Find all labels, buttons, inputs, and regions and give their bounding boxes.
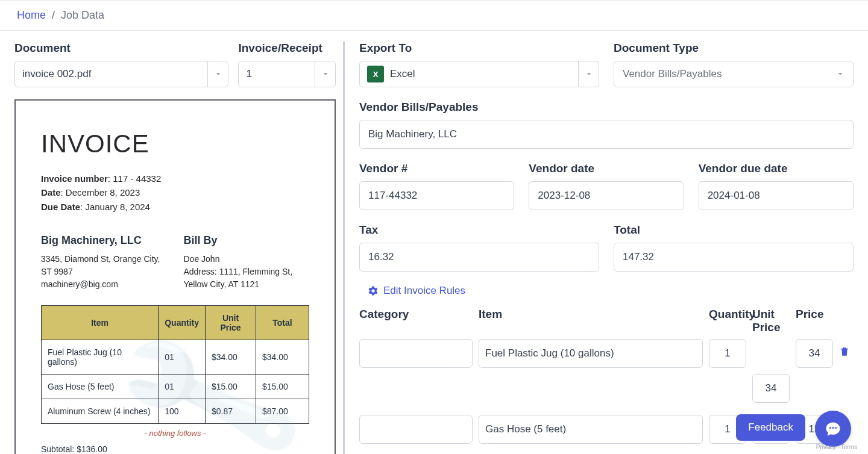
document-select[interactable]: invoice 002.pdf bbox=[14, 61, 228, 87]
document-type-select[interactable]: Vendor Bills/Payables bbox=[614, 61, 854, 87]
table-row: Fuel Plastic Jug (10 gallons) 01 $34.00 … bbox=[42, 340, 309, 374]
edit-invoice-rules-link[interactable]: Edit Invoice Rules bbox=[368, 285, 854, 297]
quantity-input[interactable] bbox=[709, 339, 746, 368]
vendor-num-label: Vendor # bbox=[359, 162, 514, 175]
chevron-down-icon bbox=[578, 61, 599, 87]
invoice-preview: 🔧 INVOICE Invoice number: 117 - 44332 Da… bbox=[14, 99, 336, 454]
vendor-bills-label: Vendor Bills/Payables bbox=[359, 101, 854, 114]
vendor-num-input[interactable] bbox=[359, 181, 514, 210]
excel-icon: X bbox=[367, 66, 384, 82]
invoice-receipt-select[interactable]: 1 bbox=[238, 61, 336, 87]
document-label: Document bbox=[14, 42, 228, 55]
from-name: Big Machinery, LLC bbox=[41, 234, 167, 247]
chevron-down-icon bbox=[836, 70, 844, 78]
vendor-due-input[interactable] bbox=[699, 181, 854, 210]
chevron-down-icon bbox=[207, 61, 228, 87]
chat-fab[interactable] bbox=[815, 411, 851, 447]
invoice-title: INVOICE bbox=[41, 129, 309, 158]
item-input[interactable] bbox=[479, 415, 703, 444]
tax-input[interactable] bbox=[359, 243, 599, 272]
invoice-receipt-label: Invoice/Receipt bbox=[238, 42, 336, 55]
breadcrumb: Home / Job Data bbox=[0, 0, 868, 31]
recaptcha-badge: Privacy · Terms bbox=[816, 444, 857, 450]
vendor-date-label: Vendor date bbox=[529, 162, 684, 175]
total-label: Total bbox=[614, 223, 854, 237]
vendor-date-input[interactable] bbox=[529, 181, 684, 210]
category-input[interactable] bbox=[359, 339, 473, 368]
price-input[interactable] bbox=[796, 339, 833, 368]
gear-icon bbox=[368, 285, 379, 296]
feedback-button[interactable]: Feedback bbox=[736, 414, 805, 441]
item-input[interactable] bbox=[479, 339, 703, 368]
vendor-bills-input[interactable] bbox=[359, 120, 854, 149]
line-items-header: Category Item Quantity Unit Price Price bbox=[359, 308, 854, 339]
document-type-label: Document Type bbox=[614, 42, 854, 55]
bill-by-label: Bill By bbox=[184, 234, 310, 247]
vendor-due-label: Vendor due date bbox=[699, 162, 854, 175]
chat-icon bbox=[825, 420, 841, 437]
invoice-line-table: Item Quantity Unit Price Total Fuel Plas… bbox=[41, 305, 309, 424]
line-item-row bbox=[359, 339, 854, 403]
export-to-label: Export To bbox=[359, 42, 599, 55]
category-input[interactable] bbox=[359, 415, 473, 444]
chevron-down-icon bbox=[315, 61, 335, 87]
table-row: Aluminum Screw (4 inches) 100 $0.87 $87.… bbox=[42, 399, 309, 423]
breadcrumb-current: Job Data bbox=[61, 9, 104, 21]
table-row: Gas Hose (5 feet) 01 $15.00 $15.00 bbox=[42, 374, 309, 399]
export-to-select[interactable]: X Excel bbox=[359, 61, 599, 87]
total-input[interactable] bbox=[614, 243, 854, 272]
unit-price-input[interactable] bbox=[752, 374, 790, 403]
breadcrumb-home[interactable]: Home bbox=[17, 9, 46, 21]
nothing-follows: - nothing follows - bbox=[41, 429, 309, 438]
tax-label: Tax bbox=[359, 223, 599, 237]
trash-icon[interactable] bbox=[839, 346, 850, 357]
